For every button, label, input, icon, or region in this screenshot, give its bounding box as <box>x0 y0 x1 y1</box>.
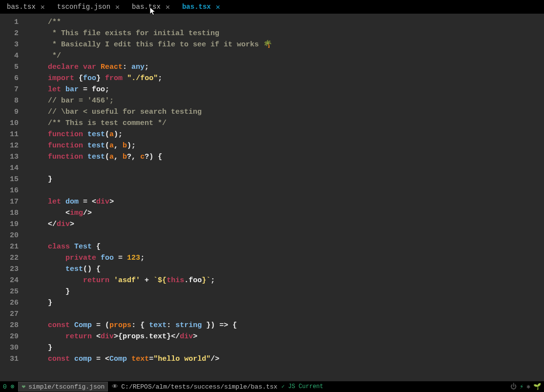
check-icon: ✓ <box>281 384 285 390</box>
file-path-value: C:/REPOS/alm/tests/success/simple/bas.ts… <box>121 383 277 391</box>
line-number: 4 <box>0 50 19 62</box>
error-icon: ⊗ <box>11 383 15 391</box>
line-number: 31 <box>0 353 19 365</box>
line-number: 30 <box>0 342 19 353</box>
close-icon[interactable]: ✕ <box>115 2 120 12</box>
heart-icon: ❤ <box>21 383 25 391</box>
line-number: 23 <box>0 264 19 275</box>
line-number: 7 <box>0 84 19 95</box>
close-icon[interactable]: ✕ <box>41 2 45 12</box>
tab-tsconfig[interactable]: tsconfig.json ✕ <box>50 0 125 14</box>
line-number: 22 <box>0 252 19 264</box>
line-number: 26 <box>0 297 19 309</box>
line-number: 11 <box>0 129 19 140</box>
file-path[interactable]: 👁 C:/REPOS/alm/tests/success/simple/bas.… <box>112 383 277 391</box>
project-selector[interactable]: ❤ simple/tsconfig.json <box>18 382 108 392</box>
line-number: 5 <box>0 62 19 73</box>
tab-bas-2[interactable]: bas.tsx ✕ <box>125 0 175 14</box>
tab-label: bas.tsx <box>132 3 161 11</box>
tab-label: bas.tsx <box>182 3 211 11</box>
line-number: 1 <box>0 17 19 28</box>
js-mode[interactable]: ✓ JS Current <box>281 383 323 390</box>
line-number: 6 <box>0 73 19 84</box>
error-count-value: 0 <box>3 383 7 391</box>
line-number: 27 <box>0 309 19 320</box>
eye-icon: 👁 <box>112 383 118 391</box>
error-count[interactable]: 0 ⊗ <box>3 383 14 391</box>
js-mode-label: JS Current <box>288 383 323 390</box>
line-number: 12 <box>0 140 19 151</box>
bug-icon[interactable]: ✱ <box>526 383 530 391</box>
project-name: simple/tsconfig.json <box>28 383 105 391</box>
line-number: 2 <box>0 28 19 39</box>
tab-bas-3-active[interactable]: bas.tsx ✕ <box>175 0 226 14</box>
close-icon[interactable]: ✕ <box>216 2 220 12</box>
line-number: 29 <box>0 331 19 342</box>
line-number: 16 <box>0 185 19 196</box>
line-number: 25 <box>0 286 19 297</box>
line-number: 3 <box>0 39 19 50</box>
bolt-icon[interactable]: ⚡ <box>520 383 523 391</box>
line-number: 18 <box>0 207 19 219</box>
status-bar: 0 ⊗ ❤ simple/tsconfig.json 👁 C:/REPOS/al… <box>0 381 544 392</box>
plant-icon[interactable]: 🌱 <box>533 383 541 391</box>
close-icon[interactable]: ✕ <box>166 2 170 12</box>
line-number: 19 <box>0 219 19 230</box>
line-number: 21 <box>0 241 19 252</box>
line-number: 17 <box>0 196 19 207</box>
tab-label: tsconfig.json <box>57 3 110 11</box>
tab-label: bas.tsx <box>7 3 36 11</box>
power-icon[interactable]: ⏻ <box>510 383 517 391</box>
line-number: 10 <box>0 118 19 129</box>
line-number: 9 <box>0 106 19 118</box>
code-content[interactable]: /** * This file exists for initial testi… <box>23 14 544 381</box>
line-number: 24 <box>0 275 19 286</box>
line-gutter: 1234567891011121314151617181920212223242… <box>0 14 23 381</box>
line-number: 28 <box>0 320 19 331</box>
line-number: 14 <box>0 163 19 174</box>
tab-bas-1[interactable]: bas.tsx ✕ <box>0 0 50 14</box>
line-number: 13 <box>0 151 19 163</box>
code-editor[interactable]: 1234567891011121314151617181920212223242… <box>0 14 544 381</box>
tab-bar: bas.tsx ✕ tsconfig.json ✕ bas.tsx ✕ bas.… <box>0 0 544 14</box>
line-number: 8 <box>0 95 19 106</box>
line-number: 20 <box>0 230 19 241</box>
line-number: 15 <box>0 174 19 185</box>
